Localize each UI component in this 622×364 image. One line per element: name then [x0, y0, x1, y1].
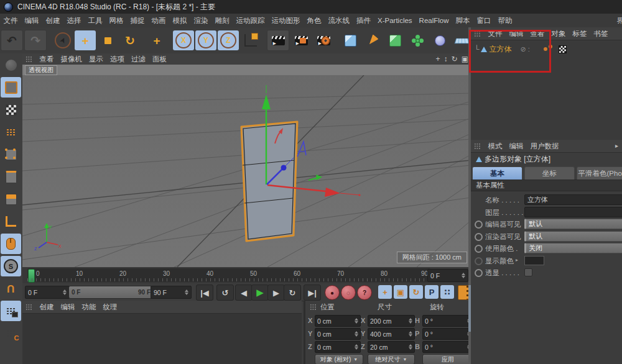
menu-pipeline[interactable]: 流水线 — [325, 16, 353, 25]
panel-grip-icon[interactable] — [474, 143, 481, 150]
basic-properties-header[interactable]: 基本属性 — [471, 180, 622, 191]
mat-menu-edit[interactable]: 编辑 — [57, 303, 78, 312]
viewport-canvas[interactable]: Y X Z 网格间距 : 1000 cm — [22, 75, 471, 267]
rotate-tool[interactable]: ↻ — [119, 30, 141, 50]
size-z-field[interactable]: 20 cm — [368, 341, 415, 353]
scale-tool[interactable] — [97, 30, 118, 50]
attr-menu-mode[interactable]: 模式 — [485, 142, 506, 151]
selection-tag-icon[interactable] — [559, 45, 567, 53]
menu-edit[interactable]: 编辑 — [21, 16, 42, 25]
rot-p-field[interactable]: 0 ° — [422, 328, 473, 340]
menu-mesh[interactable]: 网格 — [106, 16, 127, 25]
undo-button[interactable]: ↶ — [1, 30, 23, 51]
attr-menu-edit[interactable]: 编辑 — [506, 142, 527, 151]
om-menu-object[interactable]: 对象 — [548, 29, 569, 39]
autokey-button[interactable]: ◌ — [341, 285, 356, 300]
texture-mode-button[interactable] — [1, 99, 21, 120]
animation-dot-icon[interactable] — [475, 221, 483, 229]
pos-z-field[interactable]: 0 cm — [315, 341, 361, 353]
add-primitive-cube-button[interactable] — [340, 30, 361, 50]
menu-motion-tracker[interactable]: 运动跟踪 — [233, 16, 268, 25]
use-color-dropdown[interactable]: 关闭 — [524, 243, 622, 253]
menu-plugins[interactable]: 插件 — [353, 16, 374, 25]
menu-select[interactable]: 选择 — [63, 16, 85, 25]
panel-grip-icon[interactable] — [26, 304, 32, 311]
key-rotation-button[interactable]: ↻ — [409, 285, 423, 299]
mat-menu-create[interactable]: 创建 — [36, 303, 57, 312]
model-mode-button[interactable] — [1, 77, 21, 98]
redo-button[interactable]: ↷ — [24, 30, 47, 51]
om-menu-view[interactable]: 查看 — [527, 29, 548, 39]
editor-visibility-dropdown[interactable]: 默认 — [524, 219, 622, 229]
animation-dot-icon[interactable] — [475, 245, 483, 253]
menu-character[interactable]: 角色 — [304, 16, 325, 25]
lock-z-axis-button[interactable]: Z — [218, 30, 239, 50]
polygons-mode-button[interactable] — [1, 189, 21, 209]
interactive-workplane-button[interactable]: C — [1, 323, 21, 344]
menu-xparticles[interactable]: X-Particles — [374, 17, 416, 24]
size-mode-dropdown[interactable]: 绝对尺寸▼ — [368, 354, 415, 364]
frame-stepper[interactable] — [462, 273, 465, 278]
animation-dot-icon[interactable] — [475, 269, 483, 277]
vp-menu-filter[interactable]: 过滤 — [128, 55, 149, 64]
playback-start-field[interactable]: 0 F — [25, 286, 70, 299]
tab-phong[interactable]: 平滑着色(Phong) — [577, 166, 622, 180]
coordinate-system-button[interactable] — [240, 30, 261, 50]
render-picture-viewer-button[interactable] — [290, 30, 312, 50]
tab-coordinates[interactable]: 坐标 — [524, 166, 575, 180]
go-to-start-button[interactable]: |◀ — [196, 284, 213, 301]
visibility-dots-icon[interactable]: ⊘ : — [521, 45, 530, 53]
make-editable-button[interactable] — [1, 55, 21, 75]
panel-menu-icon[interactable]: ▸ — [615, 142, 618, 149]
start-stepper[interactable] — [63, 289, 67, 295]
object-row-cube[interactable]: └ 立方体 ⊘ : — [471, 43, 622, 55]
vp-menu-display[interactable]: 显示 — [86, 55, 107, 64]
deformer-button[interactable] — [407, 30, 428, 50]
render-settings-button[interactable] — [313, 30, 334, 50]
menu-file[interactable]: 文件 — [0, 16, 21, 25]
menu-render[interactable]: 渲染 — [190, 16, 211, 25]
points-mode-button[interactable] — [1, 144, 21, 165]
environment-button[interactable] — [429, 30, 450, 50]
key-scale-button[interactable]: ▣ — [394, 285, 407, 299]
last-tool-button[interactable]: + — [146, 30, 167, 50]
key-pla-button[interactable]: ∷ — [440, 285, 454, 299]
record-keyframe-button[interactable]: ● — [325, 285, 340, 300]
menu-help[interactable]: 帮助 — [494, 16, 516, 25]
menu-simulate[interactable]: 模拟 — [169, 16, 190, 25]
vp-menu-options[interactable]: 选项 — [107, 55, 128, 64]
timeline-track[interactable]: 0 10 20 30 40 50 60 70 80 90 — [27, 268, 430, 282]
vp-menu-view[interactable]: 查看 — [36, 55, 57, 64]
play-backwards-button[interactable]: ↺ — [216, 284, 234, 301]
size-x-field[interactable]: 200 cm — [368, 315, 415, 327]
coord-mode-dropdown[interactable]: 对象 (相对)▼ — [315, 354, 363, 364]
next-frame-button[interactable]: ▶ — [267, 284, 285, 301]
layer-field[interactable] — [524, 207, 622, 217]
om-menu-bookmarks[interactable]: 书签 — [590, 29, 611, 39]
render-visibility-dropdown[interactable]: 默认 — [524, 231, 622, 242]
display-color-swatch[interactable] — [524, 256, 544, 265]
expand-arrow-icon[interactable]: ▸ — [516, 257, 518, 263]
animation-dot-icon[interactable] — [475, 233, 483, 241]
tab-basic[interactable]: 基本 — [472, 166, 522, 180]
play-button[interactable]: ▶ — [251, 284, 269, 301]
menu-script[interactable]: 脚本 — [452, 16, 473, 25]
keyframe-help-button[interactable]: ? — [357, 285, 372, 300]
loop-button[interactable]: ↻ — [284, 284, 301, 301]
apply-button[interactable]: 应用 — [422, 354, 473, 364]
perspective-view-tab[interactable]: 透视视图 — [25, 65, 57, 75]
panel-grip-icon[interactable] — [26, 56, 32, 63]
vp-menu-panel[interactable]: 面板 — [149, 55, 170, 64]
edges-mode-button[interactable] — [1, 166, 21, 187]
timeline-playhead[interactable] — [28, 269, 35, 283]
go-to-end-button[interactable]: ▶| — [304, 284, 321, 301]
vp-menu-camera[interactable]: 摄像机 — [57, 55, 86, 64]
toggle-view-icon[interactable]: ▣ — [462, 55, 468, 63]
layer-dots-icon[interactable] — [544, 47, 547, 51]
size-y-field[interactable]: 400 cm — [368, 328, 415, 340]
rot-h-field[interactable]: 0 ° — [422, 315, 473, 327]
dolly-camera-icon[interactable]: ↕ — [444, 55, 448, 63]
subdivision-surface-button[interactable] — [384, 30, 406, 50]
object-name-label[interactable]: 立方体 — [490, 44, 512, 55]
menu-snap[interactable]: 捕捉 — [127, 16, 148, 25]
